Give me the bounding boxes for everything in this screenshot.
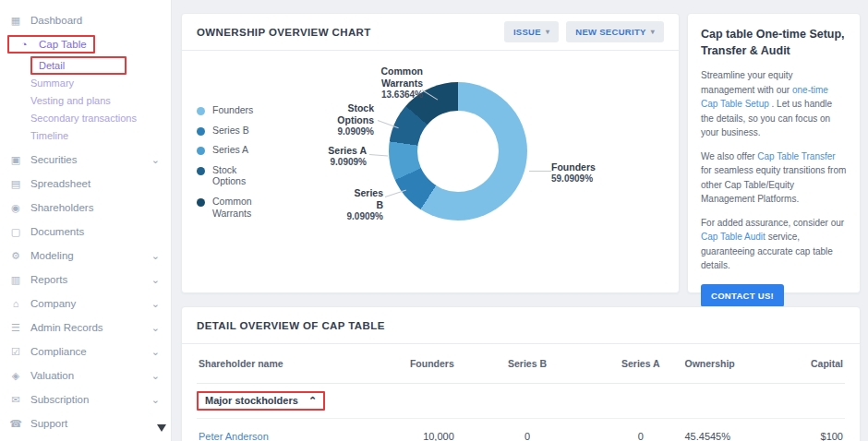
- sidebar: ▦ Dashboard ◔ Cap Table Detail Summary V…: [0, 0, 172, 441]
- col-capital: Capital: [774, 344, 845, 384]
- new-security-button[interactable]: NEW SECURITY ▾: [566, 21, 664, 42]
- cell-series-b: 0: [456, 419, 598, 441]
- donut-hole: [417, 111, 499, 192]
- sidebar-item-shareholders[interactable]: ◉ Shareholders: [0, 196, 171, 220]
- legend-dot: [197, 147, 205, 155]
- sidebar-item-label: Subscription: [30, 394, 89, 405]
- chevron-down-icon: ⌄: [151, 394, 160, 406]
- cell-founders: 10,000: [379, 419, 456, 441]
- legend-label: Stock Options: [212, 164, 270, 187]
- callout-label: Common Warrants: [353, 66, 423, 89]
- ownership-overview-card: OWNERSHIP OVERVIEW CHART ISSUE ▾ NEW SEC…: [181, 13, 680, 293]
- callout-percent: 9.0909%: [328, 157, 367, 169]
- sidebar-item-dashboard[interactable]: ▦ Dashboard: [0, 8, 171, 32]
- col-shareholder-name: Shareholder name: [197, 344, 379, 384]
- documents-icon: ▢: [7, 226, 24, 238]
- sidebar-item-label: Company: [30, 298, 76, 309]
- legend-dot: [197, 198, 205, 207]
- sidebar-subitem-timeline[interactable]: Timeline: [0, 126, 171, 144]
- legend-item-common-warrants[interactable]: Common Warrants: [197, 196, 270, 219]
- promo-text: Streamline your equity management with o…: [701, 70, 793, 95]
- promo-text: We also offer: [701, 151, 757, 161]
- callout-label: Series A: [328, 145, 367, 157]
- sidebar-subitem-summary[interactable]: Summary: [0, 74, 171, 91]
- callout-percent: 9.0909%: [309, 126, 374, 138]
- chevron-down-icon: ⌄: [151, 322, 160, 334]
- compliance-icon: ☑: [7, 346, 24, 358]
- legend-dot: [197, 127, 205, 136]
- sidebar-subitem-secondary-transactions[interactable]: Secondary transactions: [0, 109, 171, 126]
- caret-down-icon: ▾: [546, 28, 549, 36]
- col-ownership: Ownership: [682, 344, 773, 384]
- promo-title: Cap table One-time Setup, Transfer & Aud…: [701, 27, 847, 59]
- callout-label: Founders: [551, 161, 596, 173]
- sidebar-item-subscription[interactable]: ✉ Subscription ⌄: [0, 387, 171, 411]
- cap-table-transfer-link[interactable]: Cap Table Transfer: [757, 151, 835, 161]
- legend-item-series-b[interactable]: Series B: [197, 125, 270, 137]
- callout-founders: Founders 59.0909%: [551, 161, 596, 185]
- legend-item-stock-options[interactable]: Stock Options: [197, 164, 270, 187]
- sidebar-subitem-detail[interactable]: Detail: [0, 56, 171, 74]
- sidebar-item-label: Secondary transactions: [30, 113, 137, 124]
- support-icon: ☎: [7, 418, 24, 430]
- chevron-down-icon: ⌄: [151, 154, 160, 166]
- callout-series-b: Series B 9.0909%: [344, 187, 383, 223]
- chevron-up-icon: ⌃: [308, 395, 317, 406]
- sidebar-item-spreadsheet[interactable]: ▤ Spreadsheet: [0, 172, 171, 196]
- sidebar-item-admin-records[interactable]: ☰ Admin Records ⌄: [0, 316, 171, 340]
- callout-common-warrants: Common Warrants 13.6364%: [353, 66, 423, 101]
- callout-label: Stock Options: [309, 102, 374, 126]
- sidebar-item-valuation[interactable]: ◈ Valuation ⌄: [0, 364, 171, 387]
- chart-legend: Founders Series B Series A Stock Options…: [197, 104, 270, 227]
- reports-icon: ▥: [7, 274, 24, 286]
- cell-capital: $100: [774, 419, 845, 441]
- chevron-down-icon: ⌄: [151, 370, 160, 382]
- leader-line: [529, 171, 551, 172]
- shareholder-name-link[interactable]: Peter Anderson: [199, 431, 269, 441]
- legend-item-series-a[interactable]: Series A: [197, 144, 270, 156]
- dashboard-icon: ▦: [7, 15, 24, 27]
- table-row: Peter Anderson 10,000 0 0 45.4545% $100: [197, 419, 845, 441]
- legend-label: Series B: [212, 125, 270, 137]
- promo-paragraph-3: For added assurance, consider our Cap Ta…: [701, 216, 847, 273]
- cap-table-icon: ◔: [16, 39, 32, 50]
- table-header-row: Shareholder name Founders Series B Serie…: [197, 344, 845, 384]
- sidebar-item-label: Modeling: [30, 250, 74, 261]
- issue-button[interactable]: ISSUE ▾: [504, 21, 559, 42]
- promo-paragraph-1: Streamline your equity management with o…: [701, 68, 847, 140]
- legend-item-founders[interactable]: Founders: [197, 104, 270, 116]
- col-series-a: Series A: [598, 344, 682, 384]
- ownership-card-header: OWNERSHIP OVERVIEW CHART ISSUE ▾ NEW SEC…: [182, 14, 679, 51]
- issue-button-label: ISSUE: [513, 27, 541, 37]
- sidebar-item-support[interactable]: ☎ Support: [0, 411, 171, 435]
- cap-table-audit-link[interactable]: Cap Table Audit: [701, 232, 766, 242]
- sidebar-item-securities[interactable]: ▣ Securities ⌄: [0, 148, 171, 172]
- chevron-down-icon: ⌄: [151, 346, 160, 358]
- cell-ownership: 45.4545%: [682, 419, 773, 441]
- legend-dot: [197, 107, 205, 115]
- caret-down-icon: ▾: [651, 28, 655, 36]
- sidebar-item-label: Compliance: [30, 346, 87, 357]
- callout-percent: 9.0909%: [344, 211, 383, 223]
- group-row: Major stockholders ⌃: [197, 384, 845, 419]
- detail-overview-card: DETAIL OVERVIEW OF CAP TABLE Shareholder…: [181, 306, 861, 441]
- annotation-highlight-cap-table: ◔ Cap Table: [7, 35, 95, 54]
- promo-text: for seamless equity transitions from oth…: [701, 165, 846, 204]
- sidebar-item-company[interactable]: ⌂ Company ⌄: [0, 292, 171, 316]
- sidebar-item-reports[interactable]: ▥ Reports ⌄: [0, 268, 171, 292]
- sidebar-scrollbar-down-arrow[interactable]: [155, 422, 168, 435]
- sidebar-item-documents[interactable]: ▢ Documents: [0, 220, 171, 244]
- sidebar-item-modeling[interactable]: ⚙ Modeling ⌄: [0, 244, 171, 268]
- sidebar-item-label: Cap Table: [39, 39, 87, 50]
- contact-us-button[interactable]: CONTACT US!: [701, 284, 784, 307]
- chevron-down-icon: ⌄: [151, 274, 160, 286]
- donut-chart[interactable]: [389, 82, 527, 220]
- sidebar-item-compliance[interactable]: ☑ Compliance ⌄: [0, 340, 171, 364]
- major-stockholders-toggle[interactable]: Major stockholders ⌃: [205, 395, 317, 407]
- callout-stock-options: Stock Options 9.0909%: [309, 102, 374, 138]
- sidebar-item-cap-table[interactable]: ◔ Cap Table: [0, 32, 171, 56]
- sidebar-subitem-vesting-and-plans[interactable]: Vesting and plans: [0, 91, 171, 109]
- detail-card-header: DETAIL OVERVIEW OF CAP TABLE: [182, 307, 860, 344]
- ownership-card-title: OWNERSHIP OVERVIEW CHART: [197, 27, 371, 38]
- sidebar-item-label: Vesting and plans: [30, 95, 111, 106]
